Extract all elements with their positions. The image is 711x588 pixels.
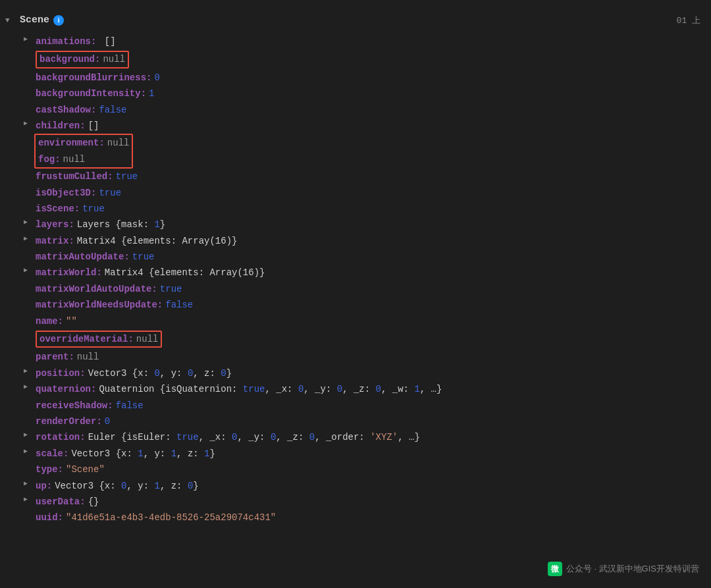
- position-value: Vector3 {x: 0, y: 0, z: 0}: [88, 366, 232, 381]
- position-arrow-icon[interactable]: [24, 366, 34, 377]
- name-value: "": [66, 314, 77, 329]
- children-key: children:: [36, 119, 86, 133]
- up-value: Vector3 {x: 0, y: 1, z: 0}: [55, 479, 198, 493]
- scale-value: Vector3 {x: 1, y: 1, z: 1}: [71, 446, 215, 461]
- prop-environment: environment: null: [38, 135, 129, 151]
- prop-layers: layers: Layers {mask: 1}: [11, 217, 700, 232]
- prop-overrideMaterial: overrideMaterial: null: [11, 330, 700, 348]
- watermark: 微 公众号 · 武汉新中地GIS开发特训营: [548, 562, 699, 576]
- isScene-value: true: [82, 201, 105, 216]
- backgroundBlurriness-value: 0: [154, 70, 159, 85]
- prop-fog: fog: null: [38, 151, 129, 167]
- prop-rotation: rotation: Euler {isEuler: true, _x: 0, _…: [11, 429, 700, 445]
- fog-value: null: [63, 152, 86, 167]
- prop-children: children: []: [11, 118, 700, 134]
- prop-userData: userData: {}: [11, 494, 700, 510]
- quaternion-value: Quaternion {isQuaternion: true, _x: 0, _…: [99, 382, 442, 396]
- top-right-label: 01 上: [677, 14, 700, 26]
- up-key: up:: [36, 479, 52, 493]
- animations-value: []: [99, 34, 115, 49]
- castShadow-value: false: [99, 103, 126, 117]
- isObject3D-value: true: [99, 186, 121, 200]
- prop-frustumCulled: frustumCulled: true: [11, 169, 700, 184]
- prop-matrixWorldAutoUpdate: matrixWorldAutoUpdate: true: [11, 281, 700, 297]
- renderOrder-value: 0: [105, 414, 110, 429]
- frustumCulled-value: true: [116, 169, 138, 184]
- overrideMaterial-key: overrideMaterial:: [40, 332, 134, 346]
- fog-key: fog:: [38, 152, 61, 167]
- prop-renderOrder: renderOrder: 0: [11, 414, 700, 429]
- userData-key: userData:: [36, 494, 86, 509]
- animations-arrow-icon[interactable]: [24, 34, 34, 45]
- layers-key: layers:: [36, 217, 74, 232]
- prop-up: up: Vector3 {x: 0, y: 1, z: 0}: [11, 478, 700, 494]
- matrixWorld-key: matrixWorld:: [36, 265, 102, 280]
- env-fog-highlight-block: environment: null fog: null: [34, 134, 133, 169]
- position-key: position:: [36, 366, 86, 381]
- matrix-value: Matrix4 {elements: Array(16)}: [77, 234, 238, 248]
- layers-value: Layers {mask: 1}: [77, 217, 165, 232]
- matrixWorldAutoUpdate-key: matrixWorldAutoUpdate:: [36, 282, 157, 296]
- prop-uuid: uuid: "41d6e51a-e4b3-4edb-8526-25a29074c…: [11, 510, 700, 525]
- matrixWorld-arrow-icon[interactable]: [24, 265, 34, 276]
- matrix-key: matrix:: [36, 234, 74, 248]
- prop-quaternion: quaternion: Quaternion {isQuaternion: tr…: [11, 381, 700, 397]
- uuid-value: "41d6e51a-e4b3-4edb-8526-25a29074c431": [66, 510, 276, 525]
- prop-backgroundIntensity: backgroundIntensity: 1: [11, 86, 700, 101]
- scene-header: Scene i: [0, 12, 711, 28]
- environment-key: environment:: [38, 136, 105, 150]
- backgroundIntensity-key: backgroundIntensity:: [36, 86, 146, 101]
- children-value: []: [88, 119, 99, 133]
- receiveShadow-key: receiveShadow:: [36, 398, 113, 413]
- prop-parent: parent: null: [11, 349, 700, 365]
- scale-arrow-icon[interactable]: [24, 446, 34, 457]
- parent-value: null: [77, 350, 99, 364]
- prop-animations: animations: []: [11, 34, 700, 49]
- userData-arrow-icon[interactable]: [24, 494, 34, 505]
- matrix-arrow-icon[interactable]: [24, 234, 34, 244]
- isScene-key: isScene:: [36, 201, 80, 216]
- matrixAutoUpdate-value: true: [132, 250, 155, 264]
- prop-isScene: isScene: true: [11, 201, 700, 217]
- matrixWorld-value: Matrix4 {elements: Array(16)}: [105, 265, 265, 280]
- prop-isObject3D: isObject3D: true: [11, 185, 700, 201]
- castShadow-key: castShadow:: [36, 103, 96, 117]
- children-arrow-icon[interactable]: [24, 119, 34, 129]
- wechat-icon: 微: [548, 562, 562, 576]
- backgroundBlurriness-key: backgroundBlurriness:: [36, 70, 151, 85]
- prop-matrixAutoUpdate: matrixAutoUpdate: true: [11, 249, 700, 265]
- scale-key: scale:: [36, 446, 68, 461]
- type-value: "Scene": [66, 462, 105, 477]
- matrixAutoUpdate-key: matrixAutoUpdate:: [36, 250, 130, 264]
- parent-key: parent:: [36, 350, 74, 364]
- name-key: name:: [36, 314, 63, 329]
- frustumCulled-key: frustumCulled:: [36, 169, 113, 184]
- prop-receiveShadow: receiveShadow: false: [11, 398, 700, 414]
- animations-key: animations:: [36, 34, 96, 49]
- backgroundIntensity-value: 1: [149, 86, 154, 101]
- scene-label: Scene: [20, 14, 49, 26]
- prop-matrix: matrix: Matrix4 {elements: Array(16)}: [11, 233, 700, 249]
- background-key: background:: [40, 52, 100, 67]
- prop-position: position: Vector3 {x: 0, y: 0, z: 0}: [11, 365, 700, 381]
- uuid-key: uuid:: [36, 510, 63, 525]
- up-arrow-icon[interactable]: [24, 479, 34, 489]
- isObject3D-key: isObject3D:: [36, 186, 96, 200]
- properties-panel: animations: [] background: null backgrou…: [0, 28, 711, 531]
- renderOrder-key: renderOrder:: [36, 414, 102, 429]
- prop-background: background: null: [11, 50, 700, 68]
- prop-scale: scale: Vector3 {x: 1, y: 1, z: 1}: [11, 446, 700, 462]
- scene-info-icon: i: [53, 15, 64, 26]
- quaternion-arrow-icon[interactable]: [24, 382, 34, 392]
- environment-value: null: [107, 136, 130, 150]
- layers-arrow-icon[interactable]: [24, 217, 34, 228]
- prop-castShadow: castShadow: false: [11, 102, 700, 118]
- userData-value: {}: [88, 494, 99, 509]
- rotation-arrow-icon[interactable]: [24, 430, 34, 441]
- scene-arrow-icon[interactable]: [5, 16, 16, 24]
- matrixWorldNeedsUpdate-value: false: [165, 298, 193, 312]
- prop-name: name: "": [11, 313, 700, 329]
- rotation-key: rotation:: [36, 430, 86, 444]
- prop-matrixWorld: matrixWorld: Matrix4 {elements: Array(16…: [11, 265, 700, 281]
- prop-matrixWorldNeedsUpdate: matrixWorldNeedsUpdate: false: [11, 297, 700, 313]
